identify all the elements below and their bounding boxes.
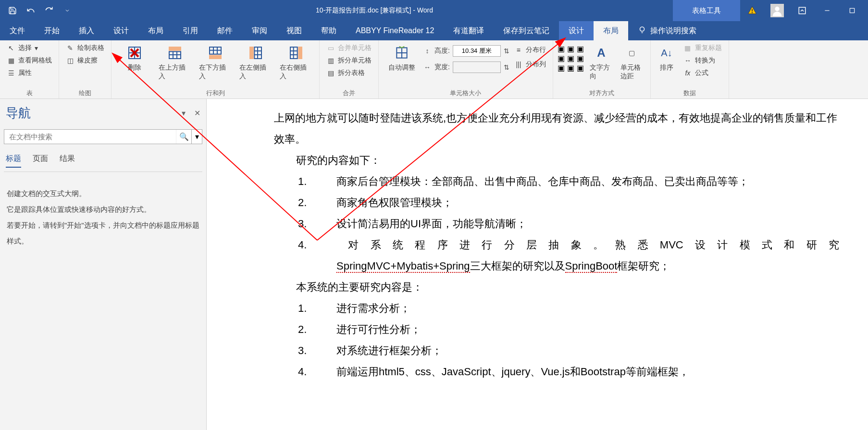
- nav-hint-3: 若要开始，请转到"开始"选项卡，并向文档中的标题应用标题样式。: [7, 217, 199, 249]
- tab-abbyy[interactable]: ABBYY FineReader 12: [346, 21, 444, 40]
- tab-table-design[interactable]: 设计: [559, 21, 594, 40]
- svg-point-3: [775, 7, 779, 11]
- document-area[interactable]: 上网的地方就可以随时登陆进该系统,也方便企业充分利用现有资源、减少经营的成本，有…: [207, 99, 868, 430]
- tab-references[interactable]: 引用: [173, 21, 208, 40]
- split-cells-button[interactable]: ▥拆分单元格: [323, 55, 374, 66]
- tab-review[interactable]: 审阅: [242, 21, 277, 40]
- search-dropdown-icon[interactable]: ▾: [191, 130, 202, 144]
- doc-list-item: 2.商家角色权限管理模块；: [274, 192, 839, 213]
- minimize-icon[interactable]: [815, 0, 839, 21]
- eraser-button[interactable]: ◫橡皮擦: [63, 55, 107, 66]
- tab-insert[interactable]: 插入: [69, 21, 104, 40]
- titlebar: 10-开题报告封面.doc [兼容模式] - Word 表格工具: [0, 0, 868, 21]
- nav-tab-results[interactable]: 结果: [60, 154, 75, 168]
- group-cellsize-label: 单元格大小: [383, 88, 549, 98]
- delete-button[interactable]: 删除: [115, 42, 154, 74]
- account-icon[interactable]: [765, 0, 789, 21]
- insert-right-icon: [287, 44, 305, 61]
- nav-close-icon[interactable]: ✕: [194, 109, 200, 118]
- height-row: ↕ 高度: ⇅: [423, 44, 509, 58]
- dist-cols-icon: |||: [514, 60, 523, 69]
- select-button[interactable]: ↖选择▾: [4, 42, 55, 54]
- svg-point-7: [640, 27, 645, 31]
- group-merge-label: 合并: [323, 88, 374, 98]
- spinner-icon[interactable]: ⇅: [504, 47, 509, 55]
- ribbon-options-icon[interactable]: [790, 0, 814, 21]
- tell-me-search[interactable]: 操作说明搜索: [628, 21, 706, 40]
- convert-button[interactable]: ↔转换为: [681, 55, 725, 66]
- insert-above-icon: [166, 44, 184, 61]
- save-icon[interactable]: [4, 2, 21, 19]
- dist-rows-icon: ≡: [514, 46, 523, 54]
- svg-point-1: [752, 12, 753, 13]
- insert-below-button[interactable]: 在下方插入: [196, 42, 235, 83]
- nav-hint-2: 它是跟踪具体位置或快速移动内容的好方式。: [7, 201, 199, 217]
- doc-list-item: 4.对系统程序进行分层抽象。熟悉MVC设计模式和研究: [274, 234, 839, 256]
- doc-list-item: 1.商家后台管理模块：全部商品、出售中商品、仓库中商品、发布商品、已卖出商品等等…: [274, 171, 839, 192]
- doc-list-item: 3.对系统进行框架分析；: [274, 340, 839, 361]
- properties-icon: ☰: [7, 69, 15, 77]
- formula-icon: fx: [683, 69, 692, 77]
- spinner-icon[interactable]: ⇅: [504, 63, 509, 71]
- distribute-cols-button[interactable]: |||分布列: [511, 59, 549, 70]
- nav-search-input[interactable]: [4, 130, 176, 144]
- draw-table-button[interactable]: ✎绘制表格: [63, 42, 107, 54]
- width-row: ↔ 宽度: ⇅: [423, 61, 509, 74]
- cursor-icon: ↖: [7, 44, 15, 52]
- svg-rect-33: [298, 47, 302, 59]
- tab-cloud[interactable]: 保存到云笔记: [494, 21, 559, 40]
- tab-help[interactable]: 帮助: [311, 21, 346, 40]
- repeat-header-button[interactable]: ▦重复标题: [681, 42, 725, 54]
- doc-list-item: 1.进行需求分析；: [274, 298, 839, 319]
- nav-tabs: 标题 页面 结果: [4, 150, 202, 172]
- search-icon[interactable]: 🔍: [176, 130, 191, 144]
- insert-left-button[interactable]: 在左侧插入: [236, 42, 275, 83]
- svg-rect-6: [850, 8, 854, 12]
- qat-more-icon[interactable]: [59, 2, 76, 19]
- maximize-icon[interactable]: [840, 0, 864, 21]
- nav-tab-pages[interactable]: 页面: [33, 154, 48, 168]
- warning-icon[interactable]: [740, 0, 764, 21]
- doc-paragraph: 上网的地方就可以随时登陆进该系统,也方便企业充分利用现有资源、减少经营的成本，有…: [274, 108, 839, 150]
- width-input[interactable]: [453, 61, 501, 73]
- tab-file[interactable]: 文件: [0, 21, 35, 40]
- distribute-rows-button[interactable]: ≡分布行: [511, 44, 549, 56]
- cell-margins-button[interactable]: ▢单元格边距: [618, 42, 646, 83]
- insert-right-button[interactable]: 在右侧插入: [277, 42, 315, 83]
- insert-below-icon: [207, 44, 224, 61]
- tab-home[interactable]: 开始: [35, 21, 69, 40]
- undo-icon[interactable]: [22, 2, 39, 19]
- merge-cells-button[interactable]: ▭合并单元格: [323, 42, 374, 54]
- tab-youdao[interactable]: 有道翻译: [444, 21, 494, 40]
- svg-rect-4: [799, 7, 806, 14]
- tab-layout[interactable]: 布局: [138, 21, 173, 40]
- merge-icon: ▭: [326, 44, 335, 52]
- nav-dropdown-icon[interactable]: ▾: [182, 109, 186, 118]
- delete-icon: [126, 44, 143, 61]
- autofit-button[interactable]: 自动调整: [383, 42, 421, 74]
- split-table-button[interactable]: ▤拆分表格: [323, 67, 374, 79]
- nav-tab-headings[interactable]: 标题: [6, 154, 21, 168]
- text-direction-button[interactable]: A文字方向: [587, 42, 616, 83]
- sort-button[interactable]: A↓排序: [655, 42, 679, 74]
- insert-above-button[interactable]: 在上方插入: [156, 42, 194, 83]
- doc-list-item-continued: SpringMVC+Mybatis+Spring三大框架的研究以及SpringB…: [274, 256, 839, 277]
- view-gridlines-button[interactable]: ▦查看网格线: [4, 55, 55, 66]
- properties-button[interactable]: ☰属性: [4, 67, 55, 79]
- group-alignment-label: 对齐方式: [557, 88, 646, 98]
- menubar: 文件 开始 插入 设计 布局 引用 邮件 审阅 视图 帮助 ABBYY Fine…: [0, 21, 868, 40]
- alignment-grid[interactable]: ▣▣▣ ▣▣▣ ▣▣▣: [557, 42, 585, 72]
- doc-paragraph: 研究的内容如下：: [274, 150, 839, 171]
- nav-title: 导航: [6, 105, 31, 122]
- formula-button[interactable]: fx公式: [681, 67, 725, 79]
- tab-design[interactable]: 设计: [104, 21, 138, 40]
- eraser-icon: ◫: [66, 56, 74, 65]
- tab-view[interactable]: 视图: [277, 21, 311, 40]
- redo-icon[interactable]: [40, 2, 58, 19]
- sort-icon: A↓: [658, 44, 675, 61]
- group-draw-label: 绘图: [63, 88, 107, 98]
- tab-mailings[interactable]: 邮件: [208, 21, 242, 40]
- tab-table-layout[interactable]: 布局: [594, 21, 628, 40]
- document-content[interactable]: 上网的地方就可以随时登陆进该系统,也方便企业充分利用现有资源、减少经营的成本，有…: [207, 99, 868, 382]
- height-input[interactable]: [453, 45, 501, 57]
